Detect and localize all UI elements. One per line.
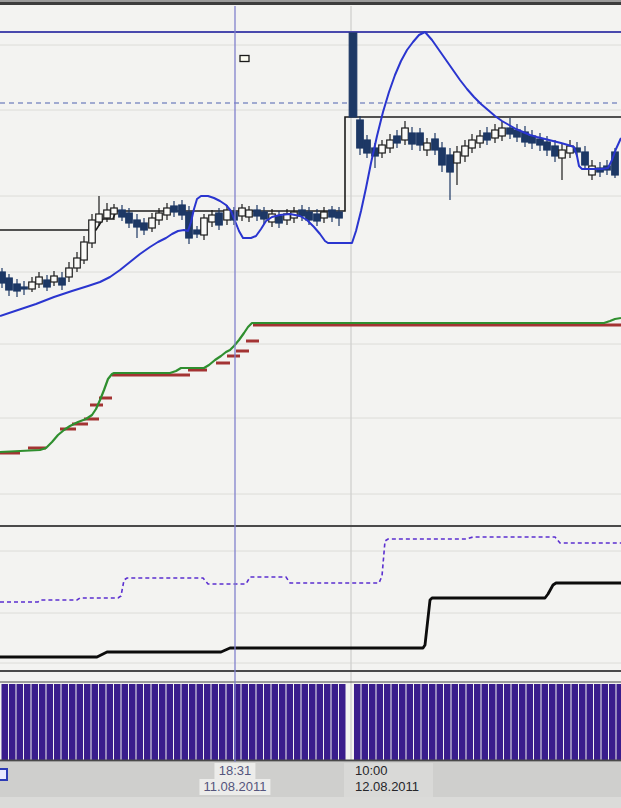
step-indicator-layer xyxy=(0,318,621,453)
session-time: 10:00 xyxy=(355,763,419,779)
axis-bottom-strip xyxy=(0,797,621,808)
volume-bars-layer xyxy=(2,684,621,760)
time-axis[interactable] xyxy=(0,762,621,797)
blue-stop-line-layer xyxy=(0,32,621,316)
crosshair-time-label: 18:31 11.08.2011 xyxy=(199,763,270,795)
lower-indicator-layer xyxy=(0,537,621,657)
session-date: 12.08.2011 xyxy=(355,779,419,795)
crosshair-time: 18:31 xyxy=(215,763,256,779)
crosshair-layer xyxy=(235,6,249,797)
chart-window: 18:31 11.08.2011 10:00 12.08.2011 xyxy=(0,0,621,808)
session-start-label: 10:00 12.08.2011 xyxy=(344,763,433,797)
partial-legend-icon xyxy=(0,768,8,781)
hover-marker-box xyxy=(240,56,249,62)
price-chart-canvas[interactable] xyxy=(0,0,621,808)
crosshair-date: 11.08.2011 xyxy=(199,779,270,795)
candles-layer xyxy=(0,33,618,297)
level-lines-layer xyxy=(0,32,621,103)
